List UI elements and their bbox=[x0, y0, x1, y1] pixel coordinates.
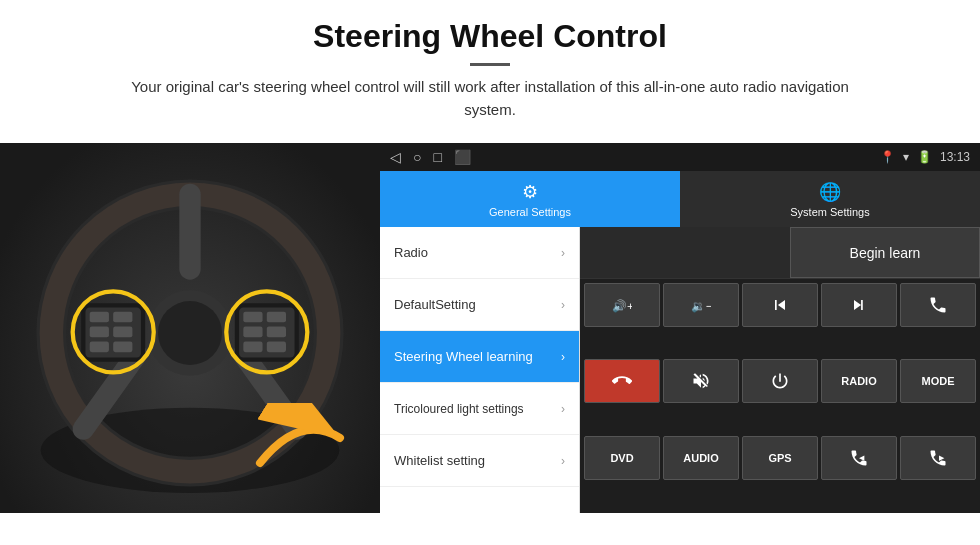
menu-item-steering[interactable]: Steering Wheel learning › bbox=[380, 331, 579, 383]
main-panel: Radio › DefaultSetting › Steering Wheel … bbox=[380, 227, 980, 513]
menu-default-label: DefaultSetting bbox=[394, 297, 476, 312]
page-subtitle: Your original car's steering wheel contr… bbox=[130, 76, 850, 121]
radio-button[interactable]: RADIO bbox=[821, 359, 897, 403]
svg-text:▶: ▶ bbox=[939, 453, 945, 460]
menu-item-whitelist[interactable]: Whitelist setting › bbox=[380, 435, 579, 487]
prev-track-button[interactable] bbox=[742, 283, 818, 327]
svg-rect-18 bbox=[243, 312, 262, 323]
tab-general[interactable]: ⚙ General Settings bbox=[380, 171, 680, 227]
menu-whitelist-label: Whitelist setting bbox=[394, 453, 485, 468]
svg-rect-20 bbox=[243, 327, 262, 338]
steering-wheel-background bbox=[0, 143, 380, 513]
svg-rect-15 bbox=[113, 342, 132, 353]
back-icon[interactable]: ◁ bbox=[390, 149, 401, 165]
chevron-icon: › bbox=[561, 298, 565, 312]
system-settings-icon: 🌐 bbox=[819, 181, 841, 203]
mode-button[interactable]: MODE bbox=[900, 359, 976, 403]
chevron-icon: › bbox=[561, 246, 565, 260]
tel-next-button[interactable]: ▶ bbox=[900, 436, 976, 480]
menu-list: Radio › DefaultSetting › Steering Wheel … bbox=[380, 227, 580, 513]
gps-button[interactable]: GPS bbox=[742, 436, 818, 480]
menu-item-default[interactable]: DefaultSetting › bbox=[380, 279, 579, 331]
chevron-icon: › bbox=[561, 402, 565, 416]
dvd-button[interactable]: DVD bbox=[584, 436, 660, 480]
svg-rect-11 bbox=[113, 312, 132, 323]
menu-steering-label: Steering Wheel learning bbox=[394, 349, 533, 364]
menu-radio-label: Radio bbox=[394, 245, 428, 260]
content-area: ◁ ○ □ ⬛ 📍 ▾ 🔋 13:13 ⚙ General Settings 🌐… bbox=[0, 143, 980, 513]
call-button[interactable] bbox=[900, 283, 976, 327]
svg-rect-14 bbox=[90, 342, 109, 353]
svg-text:🔉−: 🔉− bbox=[691, 299, 711, 313]
status-bar-left: ◁ ○ □ ⬛ bbox=[390, 149, 471, 165]
arrow-icon bbox=[250, 403, 350, 473]
menu-item-tricoloured[interactable]: Tricoloured light settings › bbox=[380, 383, 579, 435]
chevron-icon: › bbox=[561, 454, 565, 468]
clock: 13:13 bbox=[940, 150, 970, 164]
page-header: Steering Wheel Control Your original car… bbox=[0, 0, 980, 131]
begin-learn-left-space bbox=[580, 227, 790, 278]
title-divider bbox=[470, 63, 510, 66]
svg-rect-23 bbox=[267, 342, 286, 353]
battery-icon: 🔋 bbox=[917, 150, 932, 164]
begin-learn-button[interactable]: Begin learn bbox=[790, 227, 980, 278]
svg-text:◀: ◀ bbox=[859, 453, 865, 460]
steering-wheel-area bbox=[0, 143, 380, 513]
svg-text:🔊+: 🔊+ bbox=[612, 299, 632, 313]
recent-icon[interactable]: □ bbox=[433, 149, 441, 165]
home-icon[interactable]: ○ bbox=[413, 149, 421, 165]
location-icon: 📍 bbox=[880, 150, 895, 164]
tab-system[interactable]: 🌐 System Settings bbox=[680, 171, 980, 227]
tel-prev-button[interactable]: ◀ bbox=[821, 436, 897, 480]
svg-rect-12 bbox=[90, 327, 109, 338]
svg-rect-13 bbox=[113, 327, 132, 338]
menu-tricoloured-label: Tricoloured light settings bbox=[394, 402, 524, 416]
chevron-icon: › bbox=[561, 350, 565, 364]
menu-item-radio[interactable]: Radio › bbox=[380, 227, 579, 279]
tab-system-label: System Settings bbox=[790, 206, 869, 218]
tab-general-label: General Settings bbox=[489, 206, 571, 218]
status-bar-right: 📍 ▾ 🔋 13:13 bbox=[880, 150, 970, 164]
control-panel: Begin learn 🔊+ 🔉− bbox=[580, 227, 980, 513]
svg-rect-19 bbox=[267, 312, 286, 323]
svg-rect-22 bbox=[243, 342, 262, 353]
status-bar: ◁ ○ □ ⬛ 📍 ▾ 🔋 13:13 bbox=[380, 143, 980, 171]
tab-bar: ⚙ General Settings 🌐 System Settings bbox=[380, 171, 980, 227]
next-track-button[interactable] bbox=[821, 283, 897, 327]
general-settings-icon: ⚙ bbox=[522, 181, 538, 203]
begin-learn-row: Begin learn bbox=[580, 227, 980, 279]
vol-up-button[interactable]: 🔊+ bbox=[584, 283, 660, 327]
screenshot-icon[interactable]: ⬛ bbox=[454, 149, 471, 165]
svg-point-7 bbox=[158, 301, 222, 365]
page-title: Steering Wheel Control bbox=[60, 18, 920, 55]
svg-rect-10 bbox=[90, 312, 109, 323]
wifi-icon: ▾ bbox=[903, 150, 909, 164]
mute-button[interactable] bbox=[663, 359, 739, 403]
vol-down-button[interactable]: 🔉− bbox=[663, 283, 739, 327]
audio-button[interactable]: AUDIO bbox=[663, 436, 739, 480]
power-button[interactable] bbox=[742, 359, 818, 403]
hang-up-button[interactable] bbox=[584, 359, 660, 403]
head-unit: ◁ ○ □ ⬛ 📍 ▾ 🔋 13:13 ⚙ General Settings 🌐… bbox=[380, 143, 980, 513]
controls-grid: 🔊+ 🔉− bbox=[580, 279, 980, 513]
svg-rect-21 bbox=[267, 327, 286, 338]
